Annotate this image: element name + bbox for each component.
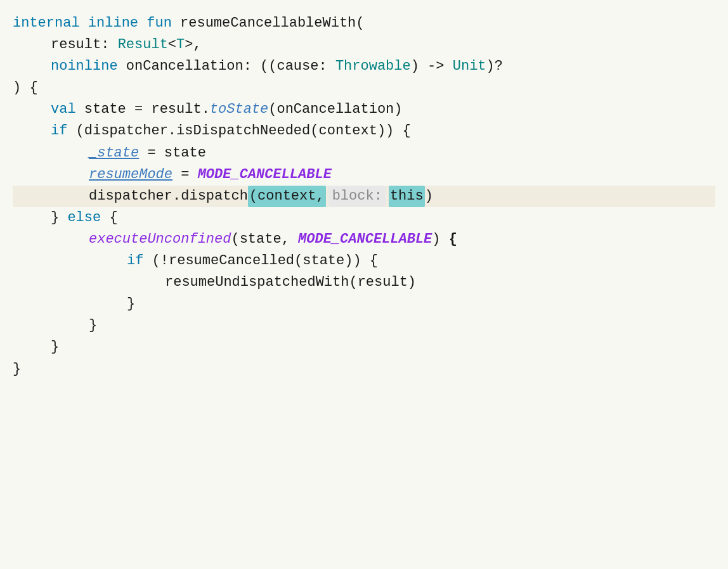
keyword-fun: fun bbox=[146, 13, 172, 34]
function-name: resumeCancellableWith bbox=[180, 13, 356, 34]
code-line-10: } else { bbox=[13, 207, 715, 229]
code-line-5: val state = result. toState (onCancellat… bbox=[13, 99, 715, 120]
code-line-11: executeUnconfined (state, MODE_CANCELLAB… bbox=[13, 229, 715, 250]
code-line-13: resumeUndispatchedWith(result) bbox=[13, 272, 715, 293]
code-line-12: if (!resumeCancelled(state)) { bbox=[13, 250, 715, 272]
code-editor: internal inline fun resumeCancellableWit… bbox=[0, 6, 728, 387]
code-line-9: dispatcher.dispatch (context, block: thi… bbox=[13, 186, 715, 207]
code-line-14: } bbox=[13, 293, 715, 315]
code-line-6: if (dispatcher.isDispatchNeeded(context)… bbox=[13, 120, 715, 142]
code-line-2: result: Result < T >, bbox=[13, 34, 715, 56]
code-line-15: } bbox=[13, 315, 715, 336]
code-line-1: internal inline fun resumeCancellableWit… bbox=[13, 13, 715, 34]
code-line-8: resumeMode = MODE_CANCELLABLE bbox=[13, 164, 715, 186]
code-line-4: ) { bbox=[13, 77, 715, 99]
keyword-inline: inline bbox=[88, 13, 138, 34]
keyword-internal: internal bbox=[13, 13, 80, 34]
code-line-3: noinline onCancellation: ((cause: Throwa… bbox=[13, 56, 715, 77]
code-line-7: _state = state bbox=[13, 143, 715, 164]
code-line-17: } bbox=[13, 359, 715, 380]
code-line-16: } bbox=[13, 336, 715, 358]
